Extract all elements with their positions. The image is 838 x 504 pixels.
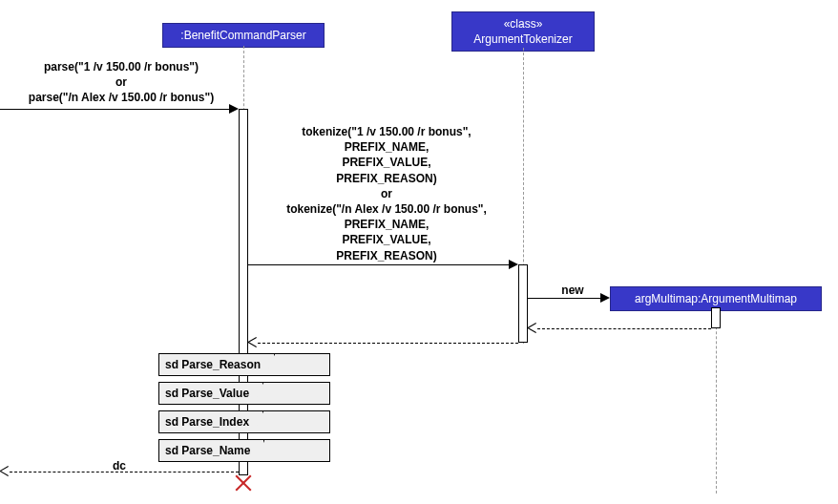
msg-return-tokenize (258, 343, 518, 344)
msg-return-new-arrow (528, 324, 537, 333)
msg-tokenize-line (248, 264, 509, 265)
msg-return-tokenize-arrow (248, 338, 258, 347)
participant-label: :BenefitCommandParser (180, 29, 305, 42)
ref-label: sd Parse_Reason (165, 358, 261, 371)
participant-label: ArgumentTokenizer (473, 32, 572, 46)
destroy-p1 (235, 474, 252, 492)
ref-parse-index: sd Parse_Index (158, 410, 330, 433)
ref-label: sd Parse_Name (165, 444, 250, 457)
ref-label: sd Parse_Value (165, 387, 249, 400)
participant-label: argMultimap:ArgumentMultimap (635, 292, 797, 305)
participant-argument-tokenizer: «class» ArgumentTokenizer (451, 11, 595, 52)
msg-return-dc-line (10, 472, 239, 472)
msg-parse-line (0, 109, 229, 110)
msg-return-new (537, 328, 711, 329)
msg-new-arrow (600, 293, 610, 303)
ref-parse-reason: sd Parse_Reason (158, 353, 330, 376)
participant-benefit-command-parser: :BenefitCommandParser (162, 23, 325, 48)
msg-tokenize-arrow (509, 260, 518, 269)
msg-parse-arrow (229, 104, 239, 114)
lifeline-p3 (716, 307, 717, 494)
msg-tokenize-label: tokenize("1 /v 150.00 /r bonus", PREFIX_… (253, 124, 520, 263)
ref-label: sd Parse_Index (165, 415, 249, 429)
msg-parse-label: parse("1 /v 150.00 /r bonus") or parse("… (4, 59, 239, 106)
msg-new-line (528, 298, 601, 299)
ref-parse-name: sd Parse_Name (158, 439, 330, 462)
msg-return-dc-arrow (0, 467, 10, 476)
activation-p3 (711, 307, 721, 328)
activation-p2 (518, 264, 528, 343)
ref-parse-value: sd Parse_Value (158, 382, 330, 405)
msg-new-label: new (549, 283, 597, 298)
participant-stereotype: «class» (504, 17, 543, 31)
